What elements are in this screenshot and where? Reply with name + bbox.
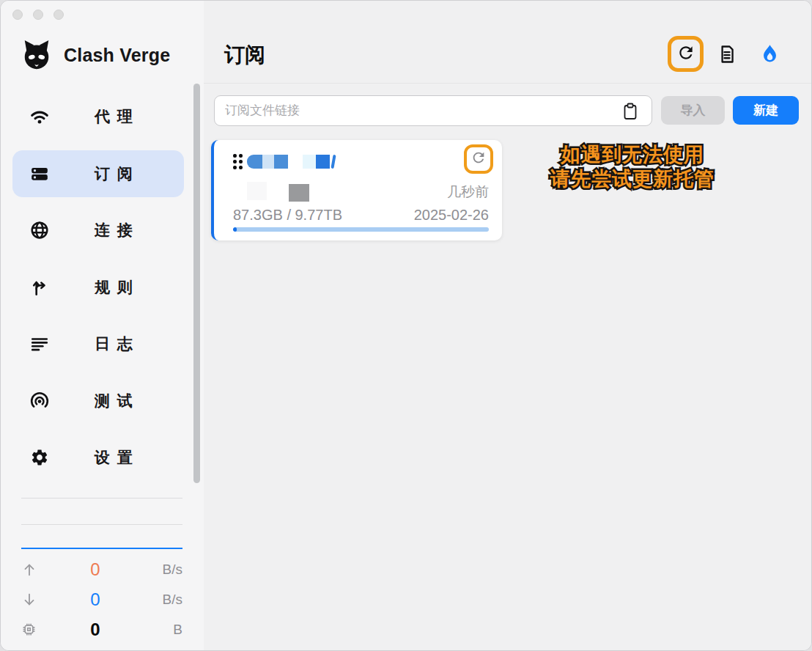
sidebar-item-tests[interactable]: 测 试: [12, 378, 184, 424]
subscription-card[interactable]: 几秒前 87.3GB / 9.77TB 2025-02-26: [211, 140, 502, 240]
subscription-stack-icon: [30, 164, 49, 183]
content-scrollbar[interactable]: [193, 84, 200, 483]
redacted-block: [247, 182, 267, 200]
update-all-button[interactable]: [668, 36, 704, 72]
flame-icon: [759, 54, 780, 67]
sidebar-item-label: 代 理: [95, 106, 134, 127]
arrow-up-icon: [21, 562, 40, 578]
download-stat-row: 0 B/s: [21, 584, 182, 614]
paste-button[interactable]: [622, 103, 638, 120]
sidebar-item-label: 订 阅: [95, 163, 134, 184]
refresh-icon: [676, 43, 695, 65]
chip-icon: [21, 622, 40, 637]
sidebar-item-connections[interactable]: 连 接: [12, 207, 184, 254]
sidebar-item-rules[interactable]: 规 则: [12, 264, 184, 311]
expire-date: 2025-02-26: [414, 207, 489, 224]
updated-time: 几秒前: [447, 183, 489, 202]
drag-handle-icon[interactable]: [233, 154, 243, 170]
download-speed-value: 0: [40, 589, 150, 610]
minimize-button[interactable]: [33, 10, 43, 20]
create-button[interactable]: 新建: [733, 96, 799, 125]
upload-speed-value: 0: [40, 559, 150, 580]
zoom-button[interactable]: [53, 10, 64, 20]
usage-progress-bar: [233, 227, 489, 232]
page-title: 订阅: [224, 41, 265, 69]
upload-speed-unit: B/s: [150, 562, 182, 578]
sidebar-item-label: 规 则: [95, 277, 134, 298]
memory-unit: B: [150, 622, 182, 638]
sidebar-item-logs[interactable]: 日 志: [12, 320, 184, 367]
sidebar-item-label: 设 置: [95, 447, 134, 468]
redacted-block: [289, 184, 309, 202]
sidebar-nav: 代 理 订 阅: [12, 93, 184, 491]
sidebar-item-proxy[interactable]: 代 理: [12, 93, 184, 140]
logo-text: Clash Verge: [64, 45, 170, 66]
main-content: 订阅: [204, 1, 811, 650]
download-speed-unit: B/s: [150, 592, 182, 608]
traffic-stats: 0 B/s 0 B/s: [21, 554, 182, 644]
memory-stat-row: 0 B: [21, 614, 182, 644]
sidebar-item-label: 日 志: [95, 334, 134, 354]
sidebar-item-subscription[interactable]: 订 阅: [12, 150, 184, 197]
document-icon: [717, 54, 737, 67]
upload-stat-row: 0 B/s: [21, 554, 182, 584]
globe-icon: [30, 221, 49, 240]
subscription-url-input[interactable]: [214, 95, 652, 126]
annotation-line-1: 如遇到无法使用: [508, 143, 757, 167]
clipboard-icon: [622, 111, 638, 122]
update-subscription-button[interactable]: [464, 144, 493, 174]
annotation-text: 如遇到无法使用 请先尝试更新托管: [508, 143, 757, 191]
sidebar-item-settings[interactable]: 设 置: [12, 434, 184, 481]
radar-icon: [30, 391, 49, 411]
usage-text: 87.3GB / 9.77TB: [233, 207, 342, 224]
memory-value: 0: [40, 619, 150, 640]
traffic-graph-baseline: [21, 548, 182, 549]
fork-arrow-icon: [30, 278, 49, 297]
refresh-icon: [470, 150, 487, 169]
sidebar-item-label: 连 接: [95, 220, 134, 240]
reactivate-button[interactable]: [759, 43, 780, 65]
arrow-down-icon: [21, 592, 40, 608]
gear-icon: [30, 448, 49, 467]
wifi-icon: [30, 107, 49, 126]
close-button[interactable]: [12, 10, 23, 20]
sidebar: Clash Verge 代 理: [1, 1, 204, 650]
sidebar-divider: [21, 498, 182, 499]
sidebar-divider: [21, 524, 182, 525]
header-divider: [204, 83, 811, 84]
log-lines-icon: [30, 334, 49, 353]
window-controls: [12, 10, 64, 20]
view-runtime-config-button[interactable]: [717, 44, 737, 65]
app-logo: Clash Verge: [20, 39, 170, 71]
progress-fill: [233, 227, 237, 232]
cat-icon: [20, 39, 53, 71]
sidebar-item-label: 测 试: [95, 391, 134, 411]
import-button[interactable]: 导入: [661, 96, 725, 125]
subscription-name-redacted: [247, 155, 335, 169]
app-window: Clash Verge 代 理: [0, 0, 812, 651]
annotation-line-2: 请先尝试更新托管: [508, 167, 757, 191]
